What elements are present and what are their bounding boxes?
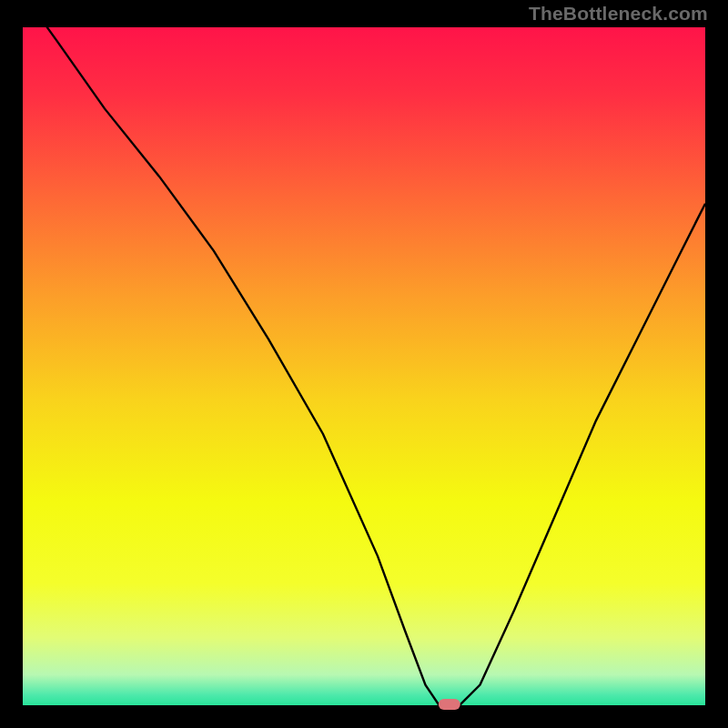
chart-frame: TheBottleneck.com xyxy=(0,0,728,728)
plot-background xyxy=(23,27,705,705)
attribution-text: TheBottleneck.com xyxy=(529,3,708,25)
optimal-marker xyxy=(439,699,460,710)
chart-svg xyxy=(0,0,728,728)
